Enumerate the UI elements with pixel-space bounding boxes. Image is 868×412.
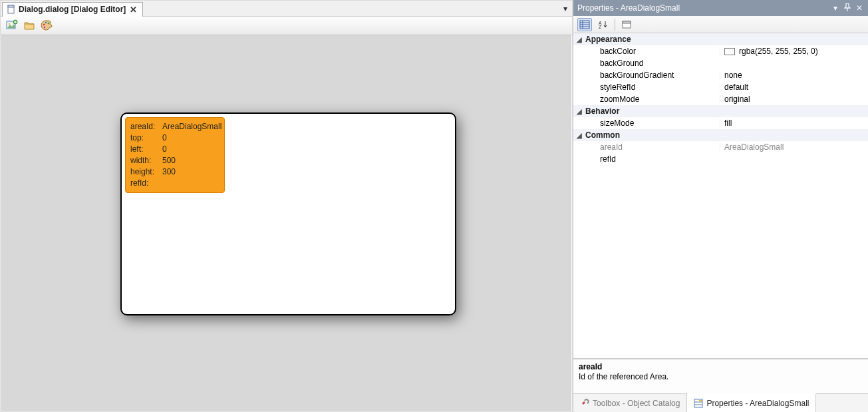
property-pages-button[interactable] (619, 18, 634, 31)
editor-pane: Dialog.dialog [Dialog Editor] ✕ ▾ areaId… (0, 0, 573, 412)
tab-properties[interactable]: Properties - AreaDialogSmall (687, 393, 816, 412)
property-name: sizeMode (583, 118, 720, 128)
property-name: styleRefId (583, 83, 720, 92)
property-value[interactable]: rgba(255, 255, 255, 0) (720, 47, 868, 56)
property-value[interactable]: fill (720, 118, 868, 128)
side-panel-tabs: Toolbox - Object Catalog Properties - Ar… (573, 393, 868, 412)
category-name: Behavior (583, 106, 720, 116)
area-label: top: (130, 132, 158, 144)
properties-title: Properties - AreaDialogSmall (577, 3, 680, 13)
properties-grid[interactable]: ◢AppearancebackColorrgba(255, 255, 255, … (573, 33, 868, 359)
svg-point-5 (43, 24, 45, 26)
property-value[interactable]: AreaDialogSmall (720, 142, 868, 152)
area-label: refId: (130, 178, 158, 189)
property-value[interactable]: original (720, 95, 868, 104)
area-label: width: (130, 155, 158, 166)
close-icon[interactable]: ✕ (855, 3, 864, 13)
dialog-preview[interactable]: areaId:AreaDialogSmall top:0 left:0 widt… (120, 112, 456, 315)
svg-point-6 (45, 22, 47, 24)
editor-toolbar (1, 17, 572, 35)
folder-icon[interactable] (23, 19, 35, 31)
svg-point-8 (44, 27, 46, 29)
editor-tabbar: Dialog.dialog [Dialog Editor] ✕ ▾ (1, 1, 572, 17)
description-text: Id of the referenced Area. (579, 372, 863, 382)
property-value[interactable]: default (720, 83, 868, 92)
area-value: AreaDialogSmall (162, 121, 221, 132)
svg-point-7 (48, 23, 50, 25)
property-name: refId (583, 154, 720, 164)
collapse-icon[interactable]: ◢ (573, 108, 583, 115)
tab-toolbox[interactable]: Toolbox - Object Catalog (573, 394, 687, 412)
property-name: areaId (583, 142, 720, 152)
property-name: zoomMode (583, 95, 720, 104)
category-name: Common (583, 130, 720, 140)
area-value: 300 (162, 166, 176, 178)
properties-icon (694, 399, 703, 408)
property-row[interactable]: backColorrgba(255, 255, 255, 0) (573, 45, 868, 57)
property-row[interactable]: backGround (573, 57, 868, 69)
color-swatch (724, 48, 735, 55)
category-name: Appearance (583, 35, 720, 44)
close-icon[interactable]: ✕ (128, 5, 138, 15)
tab-toolbox-label: Toolbox - Object Catalog (593, 399, 680, 408)
palette-icon[interactable] (41, 19, 53, 31)
collapse-icon[interactable]: ◢ (573, 36, 583, 43)
property-row[interactable]: styleRefIddefault (573, 81, 868, 93)
property-description: areaId Id of the referenced Area. (573, 359, 868, 393)
svg-rect-21 (699, 400, 702, 401)
property-row[interactable]: refId (573, 153, 868, 165)
property-name: backColor (583, 47, 720, 56)
document-icon (7, 5, 16, 14)
editor-tab-title: Dialog.dialog [Dialog Editor] (19, 5, 126, 14)
svg-rect-17 (623, 21, 631, 23)
collapse-icon[interactable]: ◢ (573, 132, 583, 139)
area-label: left: (130, 144, 158, 155)
property-name: backGroundGradient (583, 71, 720, 80)
categorized-view-button[interactable] (577, 18, 592, 31)
new-image-icon[interactable] (6, 19, 18, 31)
toolbar-divider (615, 19, 615, 31)
svg-point-3 (9, 23, 11, 25)
properties-pane: Properties - AreaDialogSmall ▾ ✕ AZ ◢App… (573, 0, 868, 412)
properties-toolbar: AZ (573, 16, 868, 33)
area-label: areaId: (130, 121, 158, 132)
editor-canvas[interactable]: areaId:AreaDialogSmall top:0 left:0 widt… (1, 35, 571, 411)
area-value: 0 (162, 144, 167, 155)
property-category[interactable]: ◢Common (573, 129, 868, 141)
description-name: areaId (579, 362, 863, 372)
properties-header: Properties - AreaDialogSmall ▾ ✕ (573, 0, 868, 16)
property-row[interactable]: areaIdAreaDialogSmall (573, 141, 868, 153)
property-row[interactable]: zoomModeoriginal (573, 93, 868, 105)
area-info-overlay[interactable]: areaId:AreaDialogSmall top:0 left:0 widt… (125, 117, 225, 193)
svg-text:Z: Z (599, 25, 602, 29)
tab-properties-label: Properties - AreaDialogSmall (706, 399, 809, 408)
pin-icon[interactable] (843, 3, 852, 13)
area-label: height: (130, 166, 158, 178)
svg-rect-1 (8, 5, 14, 7)
chevron-down-icon[interactable]: ▾ (561, 4, 572, 13)
area-value: 0 (162, 132, 167, 144)
toolbox-icon (580, 399, 589, 408)
property-row[interactable]: backGroundGradientnone (573, 69, 868, 81)
editor-tab[interactable]: Dialog.dialog [Dialog Editor] ✕ (2, 2, 143, 17)
chevron-down-icon[interactable]: ▾ (831, 3, 840, 13)
property-row[interactable]: sizeModefill (573, 117, 868, 129)
property-name: backGround (583, 59, 720, 68)
property-category[interactable]: ◢Behavior (573, 105, 868, 117)
property-category[interactable]: ◢Appearance (573, 33, 868, 45)
property-value[interactable]: none (720, 71, 868, 80)
area-value: 500 (162, 155, 176, 166)
alphabetical-view-button[interactable]: AZ (596, 18, 611, 31)
